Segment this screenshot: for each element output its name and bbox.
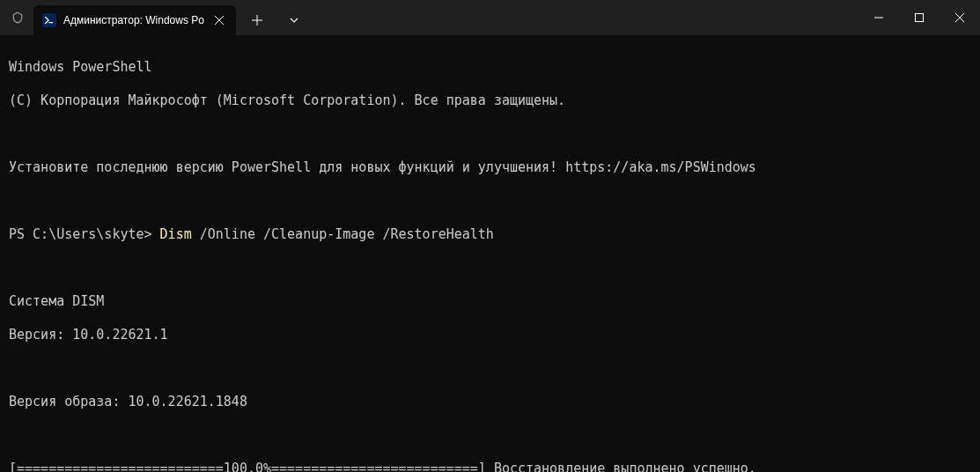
- minimize-button[interactable]: [858, 0, 899, 35]
- output-line: (C) Корпорация Майкрософт (Microsoft Cor…: [9, 92, 971, 109]
- output-blank: [9, 360, 971, 377]
- maximize-button[interactable]: [899, 0, 939, 35]
- output-blank: [9, 126, 971, 143]
- active-tab[interactable]: Администратор: Windows Po: [33, 5, 236, 35]
- tab-close-button[interactable]: [211, 12, 227, 28]
- tab-title: Администратор: Windows Po: [63, 14, 204, 26]
- close-window-button[interactable]: [939, 0, 980, 35]
- svg-rect-6: [916, 14, 924, 22]
- titlebar: Администратор: Windows Po: [0, 0, 980, 35]
- output-line: Версия образа: 10.0.22621.1848: [9, 394, 971, 410]
- terminal-content[interactable]: Windows PowerShell (C) Корпорация Майкро…: [0, 35, 980, 472]
- shield-icon: [11, 11, 25, 25]
- output-line: Windows PowerShell: [9, 59, 971, 76]
- new-tab-button[interactable]: [241, 5, 273, 35]
- output-line: Cистема DISM: [9, 293, 971, 310]
- command-line: PS C:\Users\skyte> Dism /Online /Cleanup…: [9, 226, 971, 243]
- prompt: PS C:\Users\skyte>: [9, 226, 160, 242]
- output-blank: [9, 260, 971, 277]
- titlebar-left: Администратор: Windows Po: [0, 0, 310, 35]
- titlebar-drag-area[interactable]: [310, 0, 858, 35]
- output-line: Установите последнюю версию PowerShell д…: [9, 159, 971, 176]
- progress-line: [==========================100.0%=======…: [9, 461, 971, 472]
- powershell-icon: [42, 13, 56, 27]
- output-blank: [9, 193, 971, 210]
- command-name: Dism: [160, 226, 192, 242]
- output-line: Версия: 10.0.22621.1: [9, 327, 971, 343]
- window-controls: [858, 0, 980, 35]
- output-blank: [9, 427, 971, 444]
- tab-dropdown-button[interactable]: [278, 5, 310, 35]
- command-args: /Online /Cleanup-Image /RestoreHealth: [192, 226, 494, 242]
